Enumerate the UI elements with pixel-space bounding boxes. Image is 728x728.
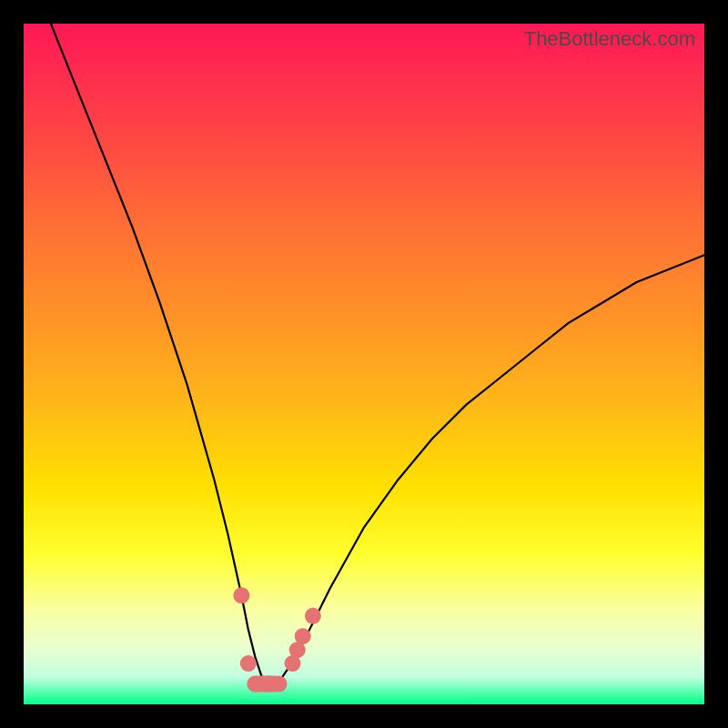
marker-dot: [295, 628, 311, 644]
marker-dot: [240, 655, 257, 672]
chart-area: TheBottleneck.com: [24, 24, 704, 704]
chart-svg: [24, 24, 704, 704]
watermark-text: TheBottleneck.com: [524, 27, 695, 51]
marker-dot: [233, 587, 249, 603]
marker-dot: [305, 608, 321, 624]
trough-bar: [248, 676, 282, 693]
bottleneck-curve: [51, 24, 704, 684]
